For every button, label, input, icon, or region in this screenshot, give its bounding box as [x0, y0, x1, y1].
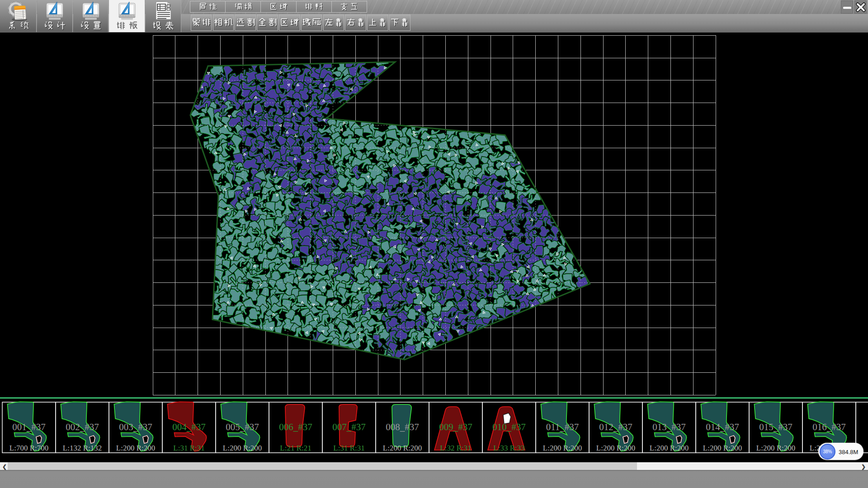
svg-text:L:31 R:31: L:31 R:31 [173, 444, 204, 452]
svg-text:L:21 R:21: L:21 R:21 [280, 444, 311, 452]
svg-text:015_#37: 015_#37 [759, 422, 793, 432]
svg-text:007_#37: 007_#37 [332, 422, 366, 432]
svg-text:L:700 R:700: L:700 R:700 [9, 444, 48, 452]
svg-text:005_#37: 005_#37 [226, 422, 259, 432]
svg-text:011_#37: 011_#37 [546, 422, 579, 432]
svg-text:009_#37: 009_#37 [439, 422, 472, 432]
svg-text:L:32 R:31: L:32 R:31 [440, 444, 471, 452]
svg-text:L:33 R:33: L:33 R:33 [493, 444, 524, 452]
svg-text:L:31 R:31: L:31 R:31 [333, 444, 364, 452]
svg-text:L:200 R:200: L:200 R:200 [223, 444, 262, 452]
svg-text:010_#37: 010_#37 [492, 422, 526, 432]
svg-text:L:200 R:200: L:200 R:200 [596, 444, 635, 452]
svg-text:L:132 R:132: L:132 R:132 [63, 444, 102, 452]
svg-text:001_#37: 001_#37 [12, 422, 46, 432]
svg-text:L:200 R:200: L:200 R:200 [383, 444, 422, 452]
svg-text:008_#37: 008_#37 [386, 422, 419, 432]
svg-text:L:200 R:200: L:200 R:200 [650, 444, 689, 452]
svg-text:L:200 R:200: L:200 R:200 [756, 444, 795, 452]
svg-text:013_#37: 013_#37 [652, 422, 686, 432]
svg-text:L:200 R:200: L:200 R:200 [116, 444, 155, 452]
svg-text:L:200 R:200: L:200 R:200 [543, 444, 582, 452]
svg-text:016_#37: 016_#37 [812, 422, 846, 432]
svg-text:014_#37: 014_#37 [706, 422, 739, 432]
svg-text:003_#37: 003_#37 [119, 422, 152, 432]
svg-text:012_#37: 012_#37 [599, 422, 632, 432]
svg-text:006_#37: 006_#37 [279, 422, 312, 432]
svg-text:L:200 R:200: L:200 R:200 [703, 444, 742, 452]
svg-text:004_#37: 004_#37 [172, 422, 206, 432]
svg-text:002_#37: 002_#37 [66, 422, 99, 432]
